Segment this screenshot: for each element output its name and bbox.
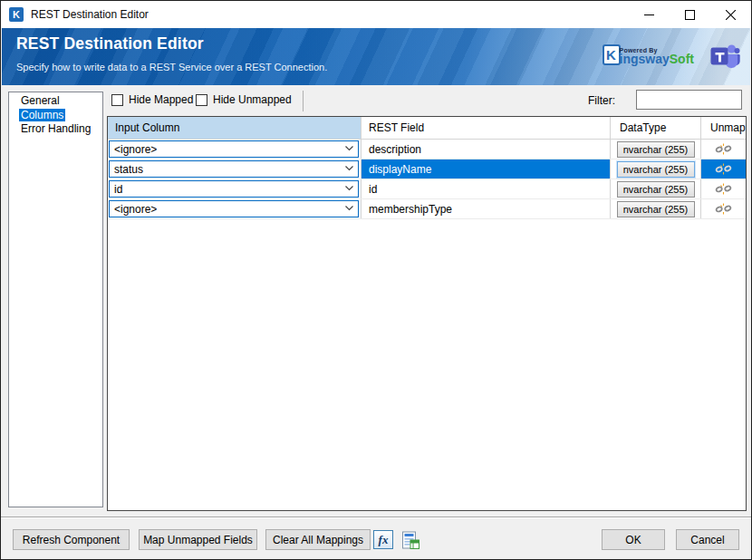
title-bar: K REST Destination Editor xyxy=(1,1,751,28)
column-header-input-column: Input Column xyxy=(108,117,362,139)
table-row: status displayName nvarchar (255) xyxy=(108,159,746,179)
datatype-button[interactable]: nvarchar (255) xyxy=(617,161,695,178)
filter-input[interactable] xyxy=(636,90,742,110)
combobox-value: <ignore> xyxy=(114,143,157,156)
kingswaysoft-k-icon: K xyxy=(603,44,621,65)
page-title: REST Destination Editor xyxy=(16,34,204,53)
combobox-value: <ignore> xyxy=(114,203,157,216)
unmap-cell[interactable] xyxy=(701,199,746,218)
rest-field-cell[interactable]: displayName xyxy=(362,159,611,179)
unmap-icon xyxy=(715,203,732,215)
close-button[interactable] xyxy=(710,1,751,28)
column-header-unmap: Unmap xyxy=(701,117,746,139)
unmap-icon xyxy=(715,163,732,175)
minimize-icon xyxy=(644,10,654,20)
mapping-table: Input Column REST Field DataType Unmap <… xyxy=(107,116,747,511)
column-header-datatype: DataType xyxy=(611,117,701,139)
window-controls xyxy=(629,1,751,28)
maximize-button[interactable] xyxy=(670,1,710,28)
column-header-rest-field: REST Field xyxy=(362,117,611,139)
rest-field-cell[interactable]: membershipType xyxy=(362,199,611,218)
unmap-cell[interactable] xyxy=(701,140,746,159)
rest-field-cell[interactable]: id xyxy=(362,179,611,198)
datatype-button[interactable]: nvarchar (255) xyxy=(617,141,695,158)
minimize-button[interactable] xyxy=(629,1,670,28)
close-icon xyxy=(726,10,736,20)
refresh-component-button[interactable]: Refresh Component xyxy=(13,529,130,550)
brand-name-part2: Soft xyxy=(670,52,694,66)
sidebar-item-label: General xyxy=(19,94,62,107)
input-column-combobox[interactable]: <ignore> xyxy=(109,200,359,217)
sidebar-item-label: Error Handling xyxy=(19,122,92,135)
unmap-cell[interactable] xyxy=(701,179,746,198)
kingswaysoft-logo: K Powered By ingswaySoft xyxy=(603,44,694,65)
sidebar: General Columns Error Handling xyxy=(8,92,103,507)
unmap-icon xyxy=(715,183,732,195)
sidebar-item-label: Columns xyxy=(19,109,65,121)
ok-button[interactable]: OK xyxy=(602,529,665,550)
chevron-down-icon xyxy=(345,206,353,211)
datatype-button[interactable]: nvarchar (255) xyxy=(617,201,695,217)
cancel-button[interactable]: Cancel xyxy=(676,529,739,550)
filter-label: Filter: xyxy=(588,94,615,107)
header-banner: REST Destination Editor Specify how to w… xyxy=(2,28,750,85)
sidebar-item-general[interactable]: General xyxy=(9,94,102,109)
chevron-down-icon xyxy=(345,146,353,151)
rest-destination-editor-window: K REST Destination Editor REST Destinati… xyxy=(0,0,752,560)
preview-form-button[interactable] xyxy=(400,530,420,549)
maximize-icon xyxy=(685,10,695,20)
table-row: id id nvarchar (255) xyxy=(108,179,746,199)
hide-unmapped-checkbox[interactable] xyxy=(196,94,207,106)
input-column-combobox[interactable]: id xyxy=(109,180,359,198)
table-row: <ignore> membershipType nvarchar (255) xyxy=(108,199,746,219)
footer-divider xyxy=(1,517,751,518)
sidebar-item-error-handling[interactable]: Error Handling xyxy=(9,122,102,137)
table-row: <ignore> description nvarchar (255) xyxy=(108,140,746,159)
form-preview-icon xyxy=(401,531,419,549)
chevron-down-icon xyxy=(345,166,353,171)
datatype-button[interactable]: nvarchar (255) xyxy=(617,181,695,198)
combobox-value: status xyxy=(114,163,143,176)
app-icon: K xyxy=(9,7,24,22)
table-header-row: Input Column REST Field DataType Unmap xyxy=(108,117,746,140)
combobox-value: id xyxy=(114,183,122,196)
window-title: REST Destination Editor xyxy=(31,1,149,28)
hide-mapped-label[interactable]: Hide Mapped xyxy=(129,93,193,106)
clear-all-mappings-button[interactable]: Clear All Mappings xyxy=(265,529,371,550)
input-column-combobox[interactable]: <ignore> xyxy=(109,140,359,158)
hide-unmapped-label[interactable]: Hide Unmapped xyxy=(213,93,292,106)
brand-name-part1: ingsway xyxy=(620,52,670,66)
expression-fx-button[interactable]: fx xyxy=(373,530,393,549)
map-unmapped-fields-button[interactable]: Map Unmapped Fields xyxy=(139,529,257,550)
chevron-down-icon xyxy=(345,186,353,191)
toolbar-separator xyxy=(303,91,304,111)
page-subtitle: Specify how to write data to a REST Serv… xyxy=(16,62,327,72)
rest-field-cell[interactable]: description xyxy=(362,140,611,159)
unmap-icon xyxy=(715,143,732,155)
unmap-cell[interactable] xyxy=(701,159,746,179)
hide-mapped-checkbox[interactable] xyxy=(111,94,123,106)
microsoft-teams-icon xyxy=(708,40,740,72)
input-column-combobox[interactable]: status xyxy=(109,160,359,178)
sidebar-item-columns[interactable]: Columns xyxy=(9,109,102,123)
